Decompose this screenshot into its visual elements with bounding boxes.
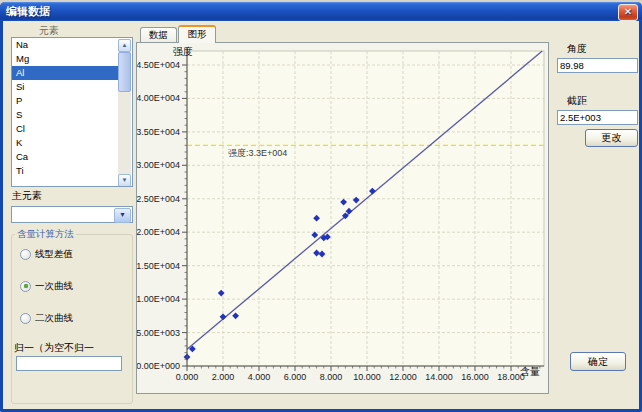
chevron-down-icon: ▼ [119, 211, 126, 218]
list-item-Cl[interactable]: Cl [12, 122, 121, 136]
radio-selected-icon[interactable] [20, 281, 31, 292]
radio-icon[interactable] [20, 249, 31, 260]
method-group-label: 含量计算方法 [15, 228, 76, 241]
angle-input[interactable] [557, 58, 638, 73]
scroll-down-button[interactable]: ▼ [118, 174, 131, 187]
main-element-combobox[interactable]: ▼ [11, 206, 133, 223]
svg-text:10.000: 10.000 [353, 372, 381, 382]
graph-tab-page: 强度:3.3E+0040.0002.0004.0006.0008.00010.0… [136, 42, 549, 394]
radio-method-0[interactable]: 线型差值 [20, 248, 73, 260]
list-item-S[interactable]: S [12, 108, 121, 122]
tab-data[interactable]: 数据 [140, 27, 177, 43]
svg-text:强度:3.3E+004: 强度:3.3E+004 [228, 148, 287, 158]
radio-label: 一次曲线 [35, 280, 73, 293]
scroll-up-icon: ▲ [122, 42, 128, 48]
svg-text:1.50E+004: 1.50E+004 [137, 261, 180, 271]
svg-text:8.000: 8.000 [320, 372, 343, 382]
svg-text:6.000: 6.000 [284, 372, 307, 382]
radio-label: 二次曲线 [35, 312, 73, 325]
ok-button[interactable]: 确定 [570, 352, 626, 371]
main-element-label: 主元素 [12, 189, 42, 203]
radio-method-1[interactable]: 一次曲线 [20, 280, 73, 292]
svg-text:0.00E+000: 0.00E+000 [137, 361, 180, 371]
svg-text:0.000: 0.000 [176, 372, 199, 382]
svg-text:3.50E+004: 3.50E+004 [137, 127, 180, 137]
radio-icon[interactable] [20, 313, 31, 324]
title-bar[interactable]: 编辑数据 ✕ [0, 2, 642, 21]
tab-graph[interactable]: 图形 [178, 25, 216, 43]
svg-text:14.000: 14.000 [425, 372, 453, 382]
main-element-value [12, 212, 15, 223]
svg-text:1.00E+004: 1.00E+004 [137, 294, 180, 304]
scroll-down-icon: ▼ [122, 177, 128, 183]
svg-text:4.00E+004: 4.00E+004 [137, 93, 180, 103]
list-item-Na[interactable]: Na [12, 38, 121, 52]
edit-data-dialog: 编辑数据 ✕ 元素 ▲ ▼ NaMgAlSiPSClKCaTi 主元素 ▼ 含量… [0, 2, 642, 412]
svg-text:4.000: 4.000 [248, 372, 271, 382]
window-title: 编辑数据 [6, 5, 50, 17]
radio-method-2[interactable]: 二次曲线 [20, 312, 73, 324]
calibration-chart[interactable]: 强度:3.3E+0040.0002.0004.0006.0008.00010.0… [137, 43, 548, 397]
list-item-P[interactable]: P [12, 94, 121, 108]
list-item-K[interactable]: K [12, 136, 121, 150]
elements-group-label: 元素 [39, 24, 59, 38]
list-item-Si[interactable]: Si [12, 80, 121, 94]
svg-text:16.000: 16.000 [461, 372, 489, 382]
list-item-Al[interactable]: Al [12, 66, 121, 80]
svg-text:12.000: 12.000 [389, 372, 417, 382]
intercept-input[interactable] [557, 110, 638, 125]
svg-text:5.00E+003: 5.00E+003 [137, 328, 180, 338]
combobox-dropdown-button[interactable]: ▼ [114, 208, 131, 223]
scroll-up-button[interactable]: ▲ [118, 39, 131, 52]
list-item-Ca[interactable]: Ca [12, 150, 121, 164]
normalize-label: 归一（为空不归一 [14, 341, 94, 355]
svg-text:3.00E+004: 3.00E+004 [137, 160, 180, 170]
svg-text:4.50E+004: 4.50E+004 [137, 60, 180, 70]
elements-list[interactable]: ▲ ▼ NaMgAlSiPSClKCaTi [11, 37, 133, 187]
list-item-Mg[interactable]: Mg [12, 52, 121, 66]
elements-scrollbar[interactable]: ▲ ▼ [118, 39, 131, 187]
change-button[interactable]: 更改 [585, 129, 638, 147]
list-item-Ti[interactable]: Ti [12, 164, 121, 178]
scrollbar-thumb[interactable] [118, 52, 131, 92]
svg-text:2.000: 2.000 [212, 372, 235, 382]
angle-label: 角度 [567, 42, 587, 56]
intercept-label: 截距 [567, 94, 587, 108]
svg-text:含量: 含量 [520, 366, 540, 377]
method-groupbox: 含量计算方法 线型差值一次曲线二次曲线 归一（为空不归一 [11, 234, 133, 404]
svg-text:强度: 强度 [173, 46, 193, 57]
normalize-input[interactable] [16, 356, 122, 371]
svg-text:2.00E+004: 2.00E+004 [137, 227, 180, 237]
close-icon: ✕ [624, 6, 632, 17]
radio-label: 线型差值 [35, 248, 73, 261]
close-button[interactable]: ✕ [618, 4, 638, 21]
svg-text:2.50E+004: 2.50E+004 [137, 194, 180, 204]
